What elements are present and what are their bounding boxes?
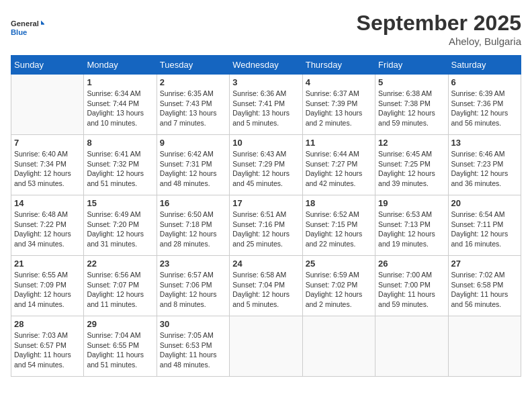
day-number: 27 xyxy=(451,259,518,269)
logo: General Blue xyxy=(11,11,44,44)
week-row-1: 7 Sunrise: 6:40 AMSunset: 7:34 PMDayligh… xyxy=(11,135,521,195)
weekday-header-sunday: Sunday xyxy=(11,56,84,75)
day-cell: 8 Sunrise: 6:41 AMSunset: 7:32 PMDayligh… xyxy=(84,135,157,195)
day-cell: 1 Sunrise: 6:34 AMSunset: 7:44 PMDayligh… xyxy=(84,75,157,135)
day-info: Sunrise: 6:39 AMSunset: 7:36 PMDaylight:… xyxy=(451,89,518,128)
day-number: 25 xyxy=(306,259,372,269)
week-row-2: 14 Sunrise: 6:48 AMSunset: 7:22 PMDaylig… xyxy=(11,195,521,256)
day-info: Sunrise: 6:57 AMSunset: 7:06 PMDaylight:… xyxy=(160,270,226,310)
day-number: 17 xyxy=(232,198,299,208)
day-number: 10 xyxy=(232,138,299,148)
day-cell xyxy=(448,316,521,377)
day-cell: 30 Sunrise: 7:05 AMSunset: 6:53 PMDaylig… xyxy=(157,316,229,377)
weekday-header-monday: Monday xyxy=(84,56,157,75)
day-number: 15 xyxy=(87,198,153,208)
day-number: 26 xyxy=(378,259,445,269)
day-cell: 5 Sunrise: 6:38 AMSunset: 7:38 PMDayligh… xyxy=(375,75,448,135)
day-cell: 12 Sunrise: 6:45 AMSunset: 7:25 PMDaylig… xyxy=(375,135,448,195)
day-cell: 28 Sunrise: 7:03 AMSunset: 6:57 PMDaylig… xyxy=(11,316,84,377)
day-info: Sunrise: 6:45 AMSunset: 7:25 PMDaylight:… xyxy=(378,149,445,189)
day-number: 21 xyxy=(14,259,81,269)
day-number: 5 xyxy=(378,77,445,87)
weekday-header-saturday: Saturday xyxy=(448,56,521,75)
day-number: 12 xyxy=(378,138,445,148)
day-info: Sunrise: 6:36 AMSunset: 7:41 PMDaylight:… xyxy=(232,89,299,128)
day-info: Sunrise: 6:42 AMSunset: 7:31 PMDaylight:… xyxy=(160,149,226,189)
day-number: 7 xyxy=(14,138,81,148)
day-number: 23 xyxy=(160,259,226,269)
day-number: 22 xyxy=(87,259,153,269)
weekday-header-friday: Friday xyxy=(375,56,448,75)
day-info: Sunrise: 6:56 AMSunset: 7:07 PMDaylight:… xyxy=(87,270,153,310)
day-cell: 23 Sunrise: 6:57 AMSunset: 7:06 PMDaylig… xyxy=(157,256,229,316)
day-info: Sunrise: 6:43 AMSunset: 7:29 PMDaylight:… xyxy=(232,149,299,189)
location: Aheloy, Bulgaria xyxy=(357,36,521,47)
day-info: Sunrise: 6:59 AMSunset: 7:02 PMDaylight:… xyxy=(306,270,372,310)
day-cell: 18 Sunrise: 6:52 AMSunset: 7:15 PMDaylig… xyxy=(302,195,375,256)
day-cell: 15 Sunrise: 6:49 AMSunset: 7:20 PMDaylig… xyxy=(84,195,157,256)
day-number: 20 xyxy=(451,198,518,208)
day-info: Sunrise: 6:41 AMSunset: 7:32 PMDaylight:… xyxy=(87,149,153,189)
day-cell: 3 Sunrise: 6:36 AMSunset: 7:41 PMDayligh… xyxy=(230,75,302,135)
week-row-3: 21 Sunrise: 6:55 AMSunset: 7:09 PMDaylig… xyxy=(11,256,521,316)
day-cell: 7 Sunrise: 6:40 AMSunset: 7:34 PMDayligh… xyxy=(11,135,84,195)
logo-svg: General Blue xyxy=(11,11,44,44)
day-info: Sunrise: 7:02 AMSunset: 6:58 PMDaylight:… xyxy=(451,270,518,310)
day-cell: 9 Sunrise: 6:42 AMSunset: 7:31 PMDayligh… xyxy=(157,135,229,195)
day-info: Sunrise: 7:00 AMSunset: 7:00 PMDaylight:… xyxy=(378,270,445,310)
title-block: September 2025 Aheloy, Bulgaria xyxy=(357,11,521,47)
day-number: 19 xyxy=(378,198,445,208)
day-cell xyxy=(375,316,448,377)
day-cell: 26 Sunrise: 7:00 AMSunset: 7:00 PMDaylig… xyxy=(375,256,448,316)
month-title: September 2025 xyxy=(357,11,521,36)
day-number: 1 xyxy=(87,77,153,87)
day-info: Sunrise: 6:55 AMSunset: 7:09 PMDaylight:… xyxy=(14,270,81,310)
page-header: General Blue September 2025 Aheloy, Bulg… xyxy=(11,11,521,47)
day-info: Sunrise: 6:44 AMSunset: 7:27 PMDaylight:… xyxy=(306,149,372,189)
day-number: 2 xyxy=(160,77,226,87)
day-number: 8 xyxy=(87,138,153,148)
day-info: Sunrise: 6:50 AMSunset: 7:18 PMDaylight:… xyxy=(160,210,226,249)
day-number: 11 xyxy=(306,138,372,148)
day-cell: 29 Sunrise: 7:04 AMSunset: 6:55 PMDaylig… xyxy=(84,316,157,377)
svg-text:General: General xyxy=(11,19,39,28)
day-number: 9 xyxy=(160,138,226,148)
day-cell: 22 Sunrise: 6:56 AMSunset: 7:07 PMDaylig… xyxy=(84,256,157,316)
weekday-header-thursday: Thursday xyxy=(302,56,375,75)
day-cell: 13 Sunrise: 6:46 AMSunset: 7:23 PMDaylig… xyxy=(448,135,521,195)
day-cell: 10 Sunrise: 6:43 AMSunset: 7:29 PMDaylig… xyxy=(230,135,302,195)
week-row-4: 28 Sunrise: 7:03 AMSunset: 6:57 PMDaylig… xyxy=(11,316,521,377)
day-info: Sunrise: 7:04 AMSunset: 6:55 PMDaylight:… xyxy=(87,330,153,370)
day-cell: 24 Sunrise: 6:58 AMSunset: 7:04 PMDaylig… xyxy=(230,256,302,316)
day-info: Sunrise: 7:05 AMSunset: 6:53 PMDaylight:… xyxy=(160,330,226,370)
day-number: 29 xyxy=(87,319,153,329)
day-cell: 27 Sunrise: 7:02 AMSunset: 6:58 PMDaylig… xyxy=(448,256,521,316)
day-info: Sunrise: 6:38 AMSunset: 7:38 PMDaylight:… xyxy=(378,89,445,128)
day-number: 28 xyxy=(14,319,81,329)
day-number: 18 xyxy=(306,198,372,208)
day-info: Sunrise: 6:51 AMSunset: 7:16 PMDaylight:… xyxy=(232,210,299,249)
weekday-header-row: SundayMondayTuesdayWednesdayThursdayFrid… xyxy=(11,56,521,75)
day-cell: 11 Sunrise: 6:44 AMSunset: 7:27 PMDaylig… xyxy=(302,135,375,195)
day-number: 30 xyxy=(160,319,226,329)
day-cell: 14 Sunrise: 6:48 AMSunset: 7:22 PMDaylig… xyxy=(11,195,84,256)
day-cell xyxy=(230,316,302,377)
day-info: Sunrise: 6:37 AMSunset: 7:39 PMDaylight:… xyxy=(306,89,372,128)
svg-text:Blue: Blue xyxy=(11,28,27,36)
day-info: Sunrise: 6:49 AMSunset: 7:20 PMDaylight:… xyxy=(87,210,153,249)
day-info: Sunrise: 6:52 AMSunset: 7:15 PMDaylight:… xyxy=(306,210,372,249)
day-info: Sunrise: 7:03 AMSunset: 6:57 PMDaylight:… xyxy=(14,330,81,370)
day-number: 13 xyxy=(451,138,518,148)
calendar-table: SundayMondayTuesdayWednesdayThursdayFrid… xyxy=(11,55,521,377)
day-number: 6 xyxy=(451,77,518,87)
day-number: 14 xyxy=(14,198,81,208)
day-info: Sunrise: 6:40 AMSunset: 7:34 PMDaylight:… xyxy=(14,149,81,189)
day-number: 4 xyxy=(306,77,372,87)
day-cell: 6 Sunrise: 6:39 AMSunset: 7:36 PMDayligh… xyxy=(448,75,521,135)
week-row-0: 1 Sunrise: 6:34 AMSunset: 7:44 PMDayligh… xyxy=(11,75,521,135)
day-info: Sunrise: 6:54 AMSunset: 7:11 PMDaylight:… xyxy=(451,210,518,249)
day-info: Sunrise: 6:34 AMSunset: 7:44 PMDaylight:… xyxy=(87,89,153,128)
day-info: Sunrise: 6:48 AMSunset: 7:22 PMDaylight:… xyxy=(14,210,81,249)
day-number: 16 xyxy=(160,198,226,208)
day-number: 3 xyxy=(232,77,299,87)
